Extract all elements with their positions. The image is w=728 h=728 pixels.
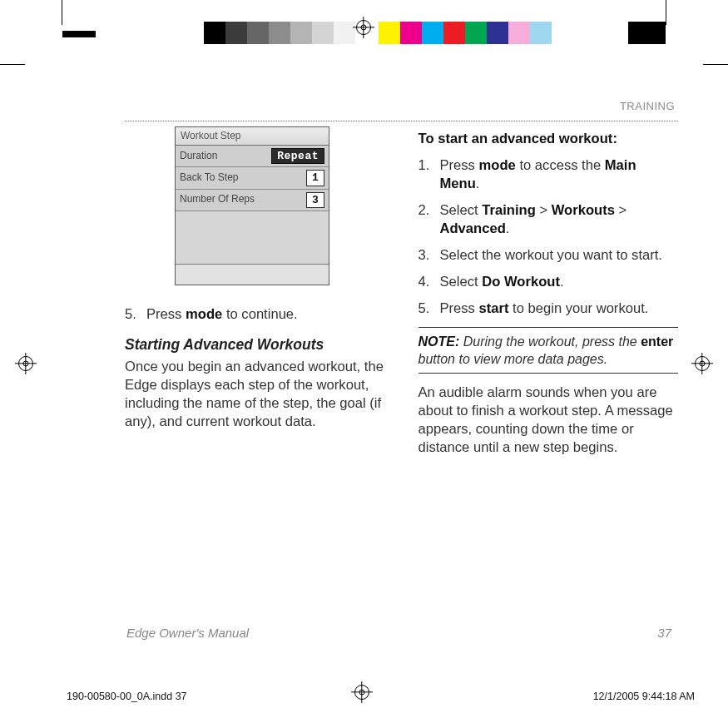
device-row-duration: Duration Repeat (176, 146, 329, 167)
procedure-heading: To start an advanced workout: (418, 131, 617, 146)
note-box: NOTE: During the workout, press the ente… (418, 327, 679, 374)
device-row-value-selected: Repeat (271, 148, 324, 164)
device-row-value: 1 (306, 170, 324, 186)
section-label: TRAINING (125, 100, 678, 116)
footer-manual-title: Edge Owner's Manual (126, 626, 249, 640)
slug-timestamp: 12/1/2005 9:44:18 AM (593, 691, 695, 702)
procedure-list: Press mode to access the Main Menu. Sele… (418, 156, 679, 318)
registration-mark-icon (18, 356, 33, 371)
registration-mark-icon (356, 20, 371, 35)
registration-mark-icon (695, 356, 710, 371)
device-screenshot: Workout Step Duration Repeat Back To Ste… (175, 126, 329, 285)
subsection-body: Once you begin an advanced workout, the … (125, 358, 385, 431)
procedure-step: Press mode to access the Main Menu. (418, 156, 679, 193)
subsection-heading: Starting Advanced Workouts (125, 335, 385, 354)
right-column: To start an advanced workout: Press mode… (418, 126, 679, 465)
procedure-step: Press start to begin your workout. (418, 300, 679, 318)
slug-filename: 190-00580-00_0A.indd 37 (67, 691, 187, 702)
header-rule (125, 121, 678, 121)
device-row-label: Back To Step (180, 171, 239, 185)
footer-page-number: 37 (657, 626, 671, 640)
color-swatches (379, 22, 552, 44)
after-note-paragraph: An audible alarm sounds when you are abo… (418, 384, 679, 457)
procedure-step: Select Do Workout. (418, 273, 679, 291)
device-row-value: 3 (306, 192, 324, 208)
device-titlebar: Workout Step (176, 127, 329, 146)
procedure-step: Select Training > Workouts > Advanced. (418, 201, 679, 238)
device-row-label: Duration (180, 150, 217, 163)
grey-swatches (204, 22, 355, 44)
procedure-step: Select the workout you want to start. (418, 246, 679, 265)
left-column: Workout Step Duration Repeat Back To Ste… (125, 126, 385, 465)
device-row-label: Number Of Reps (180, 193, 255, 206)
device-row-reps: Number Of Reps 3 (176, 190, 329, 211)
device-row-back-to-step: Back To Step 1 (176, 167, 329, 189)
step-5: Press mode to continue. (125, 305, 385, 324)
